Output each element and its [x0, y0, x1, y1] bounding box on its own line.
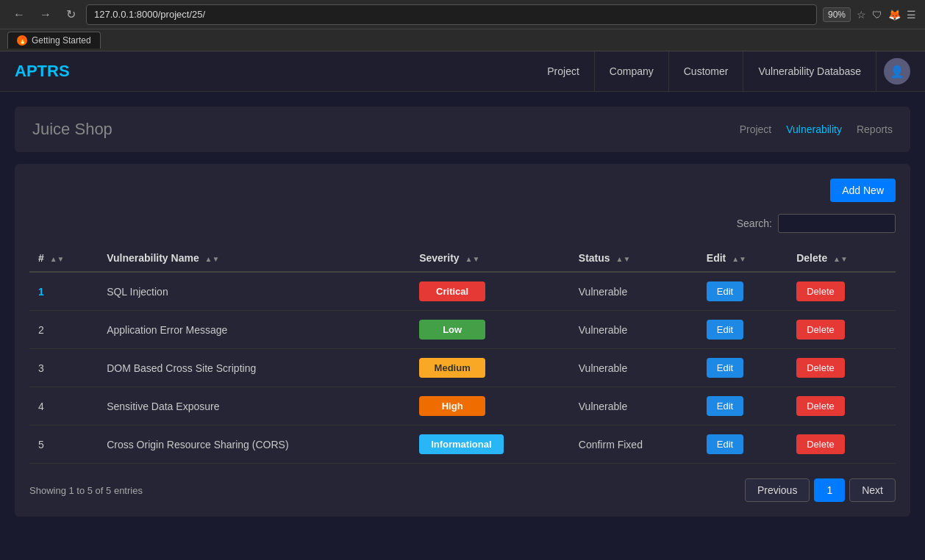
pagination: Previous 1 Next: [745, 478, 896, 502]
back-button[interactable]: ←: [9, 5, 29, 24]
cell-name-3: Sensitive Data Exposure: [98, 387, 410, 426]
project-header: Juice Shop Project Vulnerability Reports: [15, 107, 910, 152]
cell-edit-1: Edit: [698, 311, 788, 349]
edit-button-3[interactable]: Edit: [707, 396, 743, 416]
cell-delete-2: Delete: [788, 349, 896, 387]
cell-name-2: DOM Based Cross Site Scripting: [98, 349, 410, 387]
search-label: Search:: [737, 218, 772, 229]
cell-delete-1: Delete: [788, 311, 896, 349]
navbar-links: Project Company Customer Vulnerability D…: [532, 51, 910, 92]
cell-status-3: Vulnerable: [570, 387, 698, 426]
cell-severity-4: Informational: [410, 426, 570, 464]
tab-favicon: 🔥: [17, 35, 27, 46]
nav-link-project[interactable]: Project: [532, 51, 595, 92]
cell-delete-3: Delete: [788, 387, 896, 426]
search-input[interactable]: [778, 214, 896, 233]
showing-entries: Showing 1 to 5 of 5 entries: [29, 485, 143, 496]
nav-link-customer[interactable]: Customer: [669, 51, 744, 92]
project-nav-links: Project Vulnerability Reports: [740, 123, 893, 135]
cell-severity-0: Critical: [410, 272, 570, 311]
col-header-status[interactable]: Status ▲▼: [570, 245, 698, 272]
table-header-row: # ▲▼ Vulnerability Name ▲▼ Severity ▲▼ S…: [29, 245, 896, 272]
cell-severity-1: Low: [410, 311, 570, 349]
menu-icon[interactable]: ☰: [907, 9, 916, 21]
bookmark-icon[interactable]: ☆: [857, 9, 866, 21]
table-row: 4Sensitive Data ExposureHighVulnerableEd…: [29, 387, 896, 426]
browser-chrome: ← → ↻ 90% ☆ 🛡 🦊 ☰: [0, 0, 925, 29]
cell-status-4: Confirm Fixed: [570, 426, 698, 464]
nav-link-company[interactable]: Company: [595, 51, 669, 92]
tab-label: Getting Started: [32, 35, 91, 46]
cell-name-4: Cross Origin Resource Sharing (CORS): [98, 426, 410, 464]
cell-num-3: 4: [29, 387, 98, 426]
cell-edit-0: Edit: [698, 272, 788, 311]
severity-badge-3: High: [419, 396, 485, 416]
firefox-icon: 🦊: [888, 9, 901, 21]
active-tab[interactable]: 🔥 Getting Started: [7, 32, 101, 49]
cell-status-2: Vulnerable: [570, 349, 698, 387]
next-button[interactable]: Next: [849, 478, 896, 502]
cell-delete-0: Delete: [788, 272, 896, 311]
edit-button-4[interactable]: Edit: [707, 434, 743, 454]
project-nav-vulnerability[interactable]: Vulnerability: [786, 123, 842, 135]
table-card: Add New Search: # ▲▼ Vulnerability Name …: [15, 164, 910, 517]
table-row: 2Application Error MessageLowVulnerableE…: [29, 311, 896, 349]
cell-num-1: 2: [29, 311, 98, 349]
col-header-num[interactable]: # ▲▼: [29, 245, 98, 272]
col-header-severity[interactable]: Severity ▲▼: [410, 245, 570, 272]
delete-button-4[interactable]: Delete: [796, 434, 845, 454]
tab-bar: 🔥 Getting Started: [0, 29, 925, 51]
sort-icon-num: ▲▼: [50, 255, 65, 263]
delete-button-2[interactable]: Delete: [796, 358, 845, 378]
cell-name-0: SQL Injection: [98, 272, 410, 311]
severity-badge-2: Medium: [419, 358, 485, 378]
cell-name-1: Application Error Message: [98, 311, 410, 349]
cell-num-4: 5: [29, 426, 98, 464]
add-new-button[interactable]: Add New: [830, 179, 896, 202]
delete-button-0[interactable]: Delete: [796, 281, 845, 301]
search-row: Search:: [29, 214, 896, 233]
delete-button-1[interactable]: Delete: [796, 320, 845, 340]
navbar-brand[interactable]: APTRS: [15, 62, 532, 81]
reload-button[interactable]: ↻: [62, 4, 80, 24]
main-content: Juice Shop Project Vulnerability Reports…: [0, 92, 925, 531]
sort-icon-edit: ▲▼: [732, 255, 746, 263]
cell-severity-3: High: [410, 387, 570, 426]
edit-button-1[interactable]: Edit: [707, 320, 743, 340]
col-header-edit[interactable]: Edit ▲▼: [698, 245, 788, 272]
project-nav-project[interactable]: Project: [740, 123, 772, 135]
cell-edit-3: Edit: [698, 387, 788, 426]
project-nav-reports[interactable]: Reports: [857, 123, 893, 135]
sort-icon-status: ▲▼: [615, 255, 630, 263]
delete-button-3[interactable]: Delete: [796, 396, 845, 416]
edit-button-0[interactable]: Edit: [707, 281, 743, 301]
nav-link-vulnerability-database[interactable]: Vulnerability Database: [743, 51, 876, 92]
table-row: 1SQL InjectionCriticalVulnerableEditDele…: [29, 272, 896, 311]
project-title: Juice Shop: [32, 120, 113, 139]
row-num-highlight: 1: [38, 286, 44, 298]
cell-edit-4: Edit: [698, 426, 788, 464]
cell-num-2: 3: [29, 349, 98, 387]
severity-badge-1: Low: [419, 320, 485, 340]
table-row: 5Cross Origin Resource Sharing (CORS)Inf…: [29, 426, 896, 464]
browser-icons: 90% ☆ 🛡 🦊 ☰: [823, 7, 916, 22]
sort-icon-delete: ▲▼: [833, 255, 848, 263]
severity-badge-4: Informational: [419, 434, 503, 454]
table-footer: Showing 1 to 5 of 5 entries Previous 1 N…: [29, 478, 896, 502]
navbar: APTRS Project Company Customer Vulnerabi…: [0, 51, 925, 92]
previous-button[interactable]: Previous: [745, 478, 810, 502]
page-1-button[interactable]: 1: [814, 478, 845, 502]
edit-button-2[interactable]: Edit: [707, 358, 743, 378]
col-header-delete[interactable]: Delete ▲▼: [788, 245, 896, 272]
address-bar[interactable]: [86, 4, 817, 25]
severity-badge-0: Critical: [419, 281, 485, 301]
vulnerability-table: # ▲▼ Vulnerability Name ▲▼ Severity ▲▼ S…: [29, 245, 896, 464]
cell-edit-2: Edit: [698, 349, 788, 387]
sort-icon-name: ▲▼: [205, 255, 220, 263]
shield-icon: 🛡: [872, 9, 882, 21]
col-header-name[interactable]: Vulnerability Name ▲▼: [98, 245, 410, 272]
user-avatar[interactable]: 👤: [884, 58, 910, 85]
cell-severity-2: Medium: [410, 349, 570, 387]
cell-status-0: Vulnerable: [570, 272, 698, 311]
forward-button[interactable]: →: [35, 5, 56, 24]
